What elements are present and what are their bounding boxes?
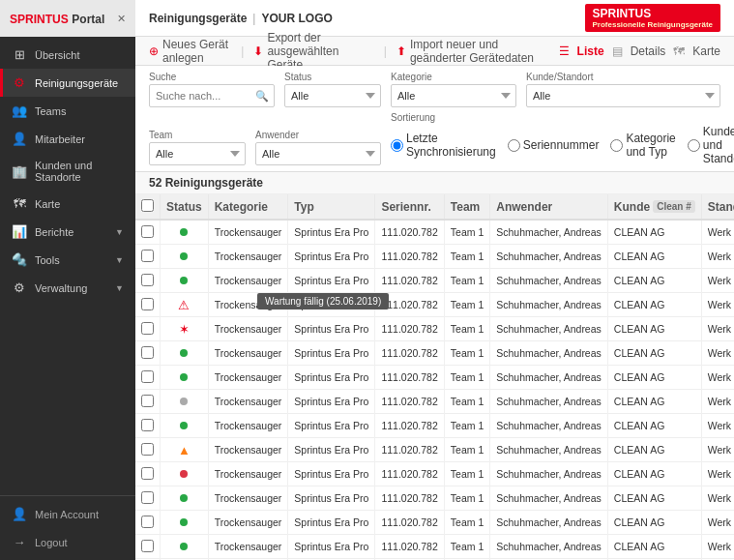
row-checkbox[interactable] xyxy=(141,322,154,335)
search-label: Suche xyxy=(149,72,275,82)
status-green-dot xyxy=(180,543,188,550)
tools-icon: 🔩 xyxy=(12,252,27,267)
search-wrap: 🔍 xyxy=(149,84,275,107)
client-cell: CLEAN AG xyxy=(607,535,701,559)
row-checkbox-cell xyxy=(135,438,161,462)
header-client[interactable]: Kunde Clean # xyxy=(607,194,701,220)
header-serial[interactable]: Seriennr. xyxy=(375,194,444,220)
filter-user-group: Anwender Alle xyxy=(255,130,381,165)
device-table: Status Kategorie Typ Seriennr. Team Anwe… xyxy=(135,194,734,560)
page-title: Reinigungsgeräte | YOUR LOGO xyxy=(149,12,333,25)
view-list-button[interactable]: Liste xyxy=(577,44,604,58)
table-row: Trockensauger Sprintus Era Pro 111.020.7… xyxy=(135,245,734,269)
view-map-button[interactable]: Karte xyxy=(692,44,720,58)
table-row: Trockensauger Sprintus Era Pro 111.020.7… xyxy=(135,220,734,245)
status-cell xyxy=(161,414,209,438)
header-team[interactable]: Team xyxy=(444,194,489,220)
row-checkbox[interactable] xyxy=(141,516,154,528)
sidebar-item-verwaltung[interactable]: ⚙ Verwaltung ▼ xyxy=(0,274,135,302)
row-checkbox-cell xyxy=(135,414,161,438)
header-checkbox[interactable] xyxy=(135,194,161,220)
view-toggles: ☰ Liste ▤ Details 🗺 Karte xyxy=(559,44,720,58)
topbar: Reinigungsgeräte | YOUR LOGO SPRINTUS Pr… xyxy=(135,0,734,37)
sort-custloc-label[interactable]: Kunde und Standort xyxy=(688,125,734,165)
row-checkbox-cell xyxy=(135,390,161,414)
customer-label: Kunde/Standort xyxy=(526,72,720,82)
sidebar-item-tools[interactable]: 🔩 Tools ▼ xyxy=(0,246,135,274)
category-cell: Trockensauger xyxy=(208,366,288,390)
select-all-checkbox[interactable] xyxy=(141,199,154,212)
sort-custloc-radio[interactable] xyxy=(688,139,700,152)
sidebar-item-reinigungsgeraete[interactable]: ⚙ Reinigungsgeräte xyxy=(0,69,135,97)
header-category[interactable]: Kategorie xyxy=(208,194,288,220)
sort-cattype-label[interactable]: Kategorie und Typ xyxy=(610,132,675,159)
view-details-button[interactable]: Details xyxy=(631,44,666,58)
new-device-button[interactable]: ⊕ Neues Gerät anlegen xyxy=(149,38,231,65)
table-row: Trockensauger Sprintus Era Pro 111.020.7… xyxy=(135,535,734,559)
status-cell xyxy=(161,341,209,366)
location-cell: Werk 1B xyxy=(701,511,734,535)
sidebar-item-karte[interactable]: 🗺 Karte xyxy=(0,190,135,218)
team-cell: Team 1 xyxy=(444,341,489,366)
sort-serial-label[interactable]: Seriennummer xyxy=(508,138,600,152)
sort-serial-radio[interactable] xyxy=(508,139,520,152)
header-user[interactable]: Anwender xyxy=(490,194,608,220)
type-cell: Sprintus Era Pro xyxy=(288,220,375,245)
sort-sync-label[interactable]: Letzte Synchronisierung xyxy=(391,132,496,159)
sort-cattype-radio[interactable] xyxy=(610,139,623,152)
location-cell: Werk 1A xyxy=(701,245,734,269)
import-button[interactable]: ⬆ Import neuer und geänderter Gerätedate… xyxy=(396,38,549,65)
user-cell: Schuhmacher, Andreas xyxy=(490,438,608,462)
building-icon: 🏢 xyxy=(12,164,27,179)
serial-cell: 111.020.782 xyxy=(375,269,444,293)
filter-row-2: Team Alle Anwender Alle Sortierung Letzt… xyxy=(149,112,720,165)
sidebar-item-berichte[interactable]: 📊 Berichte ▼ xyxy=(0,218,135,246)
row-checkbox[interactable] xyxy=(141,395,154,407)
row-checkbox[interactable] xyxy=(141,225,154,238)
location-cell: Werk 1B xyxy=(701,462,734,486)
header-location[interactable]: Standort xyxy=(701,194,734,220)
serial-cell: 111.020.782 xyxy=(375,438,444,462)
sidebar-item-logout[interactable]: → Logout xyxy=(0,528,135,556)
row-checkbox[interactable] xyxy=(141,346,154,359)
category-select[interactable]: Alle xyxy=(391,84,516,107)
row-checkbox-cell xyxy=(135,317,161,341)
status-cell: ✶ xyxy=(161,317,209,341)
header-status[interactable]: Status xyxy=(161,194,209,220)
sidebar-close-icon[interactable]: ✕ xyxy=(117,13,126,25)
user-select[interactable]: Alle xyxy=(255,142,381,165)
row-checkbox[interactable] xyxy=(141,540,154,552)
row-checkbox[interactable] xyxy=(141,274,154,286)
row-checkbox[interactable] xyxy=(141,443,154,456)
map-icon: 🗺 xyxy=(673,44,685,58)
row-checkbox[interactable] xyxy=(141,298,154,310)
status-select[interactable]: Alle xyxy=(284,84,381,107)
filter-sort-group: Sortierung Letzte Synchronisierung Serie… xyxy=(391,112,734,165)
sort-sync-radio[interactable] xyxy=(391,139,403,152)
header-type[interactable]: Typ xyxy=(288,194,375,220)
row-checkbox[interactable] xyxy=(141,250,154,262)
client-cell: CLEAN AG xyxy=(607,269,701,293)
sidebar-item-uebersicht[interactable]: ⊞ Übersicht xyxy=(0,41,135,69)
row-checkbox[interactable] xyxy=(141,370,154,383)
row-checkbox[interactable] xyxy=(141,491,154,504)
team-select[interactable]: Alle xyxy=(149,142,246,165)
user-cell: Schuhmacher, Andreas xyxy=(490,486,608,511)
table-row: Trockensauger Sprintus Era Pro 111.020.7… xyxy=(135,414,734,438)
row-checkbox[interactable] xyxy=(141,419,154,431)
toolbar: ⊕ Neues Gerät anlegen | ⬇ Export der aus… xyxy=(135,37,734,66)
sidebar-item-account[interactable]: 👤 Mein Account xyxy=(0,500,135,528)
grid-icon: ⊞ xyxy=(12,47,27,62)
table-row: Trockensauger Sprintus Era Pro 111.020.7… xyxy=(135,511,734,535)
location-cell: Werk 1A xyxy=(701,317,734,341)
team-cell: Team 1 xyxy=(444,220,489,245)
sidebar-item-kunden[interactable]: 🏢 Kunden und Standorte xyxy=(0,153,135,190)
chevron-down-icon: ▼ xyxy=(115,255,124,265)
user-cell: Schuhmacher, Andreas xyxy=(490,390,608,414)
customer-select[interactable]: Alle xyxy=(526,84,720,107)
sidebar-item-mitarbeiter[interactable]: 👤 Mitarbeiter xyxy=(0,125,135,153)
sidebar-item-label: Berichte xyxy=(35,226,73,238)
sidebar-item-teams[interactable]: 👥 Teams xyxy=(0,97,135,125)
category-cell: Trockensauger xyxy=(208,390,288,414)
row-checkbox[interactable] xyxy=(141,467,154,480)
